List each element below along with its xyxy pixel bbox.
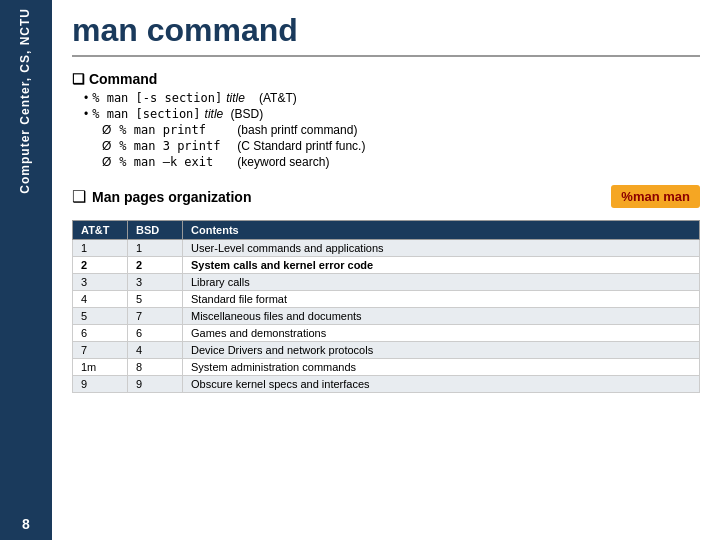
table-cell: 9 — [73, 376, 128, 393]
man-badge: %man man — [611, 185, 700, 208]
table-cell: 6 — [73, 325, 128, 342]
table-cell: System calls and kernel error code — [183, 257, 700, 274]
table-cell: 1 — [128, 240, 183, 257]
man-pages-heading-row: ❑ Man pages organization %man man — [72, 185, 700, 208]
table-cell: 3 — [73, 274, 128, 291]
table-cell: 1m — [73, 359, 128, 376]
table-cell: Library calls — [183, 274, 700, 291]
table-cell: System administration commands — [183, 359, 700, 376]
table-cell: 8 — [128, 359, 183, 376]
sidebar: Computer Center, CS, NCTU 8 — [0, 0, 52, 540]
sidebar-page-number: 8 — [22, 516, 30, 532]
sub-item-k-exit: Ø % man –k exit (keyword search) — [102, 155, 700, 169]
table-row: 99Obscure kernel specs and interfaces — [73, 376, 700, 393]
table-row: 11User-Level commands and applications — [73, 240, 700, 257]
command-section-title: ❑ Command — [72, 71, 700, 87]
header-bsd: BSD — [128, 221, 183, 240]
table-row: 66Games and demonstrations — [73, 325, 700, 342]
table-cell: 4 — [73, 291, 128, 308]
page-title: man command — [72, 12, 700, 57]
man-pages-section-title: ❑ Man pages organization — [72, 187, 251, 206]
main-content: man command ❑ Command • % man [-s sectio… — [52, 0, 720, 540]
table-cell: 5 — [73, 308, 128, 325]
table-cell: 4 — [128, 342, 183, 359]
table-cell: Obscure kernel specs and interfaces — [183, 376, 700, 393]
table-cell: 6 — [128, 325, 183, 342]
table-cell: 1 — [73, 240, 128, 257]
table-cell: 3 — [128, 274, 183, 291]
table-row: 74Device Drivers and network protocols — [73, 342, 700, 359]
table-cell: Standard file format — [183, 291, 700, 308]
sub-item-printf: Ø % man printf (bash printf command) — [102, 123, 700, 137]
table-row: 57Miscellaneous files and documents — [73, 308, 700, 325]
command-section: ❑ Command • % man [-s section] title (AT… — [72, 71, 700, 173]
table-cell: 2 — [128, 257, 183, 274]
table-cell: Games and demonstrations — [183, 325, 700, 342]
table-header-row: AT&T BSD Contents — [73, 221, 700, 240]
table-row: 33Library calls — [73, 274, 700, 291]
table-body: 11User-Level commands and applications22… — [73, 240, 700, 393]
table-cell: Device Drivers and network protocols — [183, 342, 700, 359]
content-area: ❑ Command • % man [-s section] title (AT… — [72, 71, 700, 528]
table-cell: 7 — [73, 342, 128, 359]
table-cell: 7 — [128, 308, 183, 325]
header-contents: Contents — [183, 221, 700, 240]
bullet-bsd: • % man [section] title (BSD) — [84, 107, 700, 121]
sub-item-3printf: Ø % man 3 printf (C Standard printf func… — [102, 139, 700, 153]
table-cell: User-Level commands and applications — [183, 240, 700, 257]
table-row: 45Standard file format — [73, 291, 700, 308]
table-row: 1m8System administration commands — [73, 359, 700, 376]
sidebar-label: Computer Center, CS, NCTU — [18, 8, 34, 194]
table-cell: Miscellaneous files and documents — [183, 308, 700, 325]
sub-items: Ø % man printf (bash printf command) Ø %… — [102, 123, 700, 169]
bullet-atandt: • % man [-s section] title (AT&T) — [84, 91, 700, 105]
table-cell: 2 — [73, 257, 128, 274]
table-row: 22System calls and kernel error code — [73, 257, 700, 274]
header-atandt: AT&T — [73, 221, 128, 240]
table-cell: 5 — [128, 291, 183, 308]
table-cell: 9 — [128, 376, 183, 393]
man-pages-table: AT&T BSD Contents 11User-Level commands … — [72, 220, 700, 393]
